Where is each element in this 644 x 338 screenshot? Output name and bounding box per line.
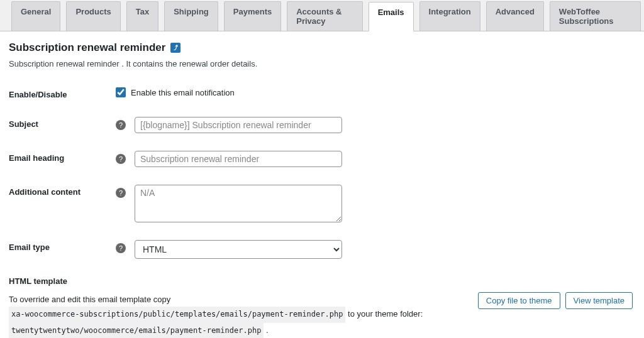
emailtype-select[interactable]: HTML [135, 240, 342, 259]
page-description: Subscription renewal reminder . It conta… [9, 59, 633, 68]
heading-row: Email heading ? [9, 151, 633, 167]
tab-payments[interactable]: Payments [224, 1, 281, 31]
settings-tabs: General Products Tax Shipping Payments A… [0, 0, 644, 31]
additional-textarea[interactable] [135, 185, 342, 222]
enable-checkbox-label: Enable this email notification [131, 88, 235, 97]
template-buttons: Copy file to theme View template [478, 292, 633, 309]
subject-label: Subject [9, 117, 116, 129]
enable-row: Enable/Disable Enable this email notific… [9, 87, 633, 99]
template-source-path: xa-woocommerce-subscriptions/public/temp… [9, 307, 345, 323]
subject-row: Subject ? [9, 117, 633, 133]
page-title-text: Subscription renewal reminder [9, 41, 165, 54]
back-icon[interactable]: ⤴ [170, 43, 180, 53]
help-icon[interactable]: ? [116, 120, 126, 130]
heading-label: Email heading [9, 151, 116, 163]
emailtype-row: Email type ? HTML [9, 240, 633, 259]
copy-file-button[interactable]: Copy file to theme [478, 292, 560, 309]
additional-label: Additional content [9, 185, 116, 197]
heading-input[interactable] [135, 151, 342, 167]
tab-general[interactable]: General [11, 1, 60, 31]
view-template-button[interactable]: View template [565, 292, 633, 309]
tab-accounts[interactable]: Accounts & Privacy [287, 1, 362, 31]
template-text-before: To override and edit this email template… [9, 295, 170, 304]
tab-integration[interactable]: Integration [419, 1, 480, 31]
template-row: To override and edit this email template… [9, 292, 633, 338]
template-section: HTML template To override and edit this … [9, 276, 633, 338]
help-icon[interactable]: ? [116, 154, 126, 164]
tab-advanced[interactable]: Advanced [486, 1, 544, 31]
page-title: Subscription renewal reminder ⤴ [9, 41, 633, 54]
help-icon[interactable]: ? [116, 243, 126, 253]
template-dest-path: twentytwentytwo/woocommerce/emails/payme… [9, 323, 264, 338]
help-icon[interactable]: ? [116, 188, 126, 198]
subject-input[interactable] [135, 117, 342, 133]
enable-checkbox[interactable] [116, 87, 126, 97]
template-text: To override and edit this email template… [9, 292, 465, 338]
additional-row: Additional content ? [9, 185, 633, 222]
tab-shipping[interactable]: Shipping [164, 1, 218, 31]
template-text-middle: to your theme folder: [348, 309, 423, 319]
template-text-after: . [266, 325, 269, 335]
enable-label: Enable/Disable [9, 87, 116, 99]
content-panel: Subscription renewal reminder ⤴ Subscrip… [0, 31, 644, 338]
tab-emails[interactable]: Emails [369, 2, 414, 31]
tab-webtoffee[interactable]: WebToffee Subscriptions [550, 1, 641, 31]
enable-control: Enable this email notification [116, 87, 235, 97]
tab-tax[interactable]: Tax [126, 1, 158, 31]
tab-products[interactable]: Products [66, 1, 120, 31]
template-heading: HTML template [9, 276, 633, 286]
emailtype-label: Email type [9, 240, 116, 252]
